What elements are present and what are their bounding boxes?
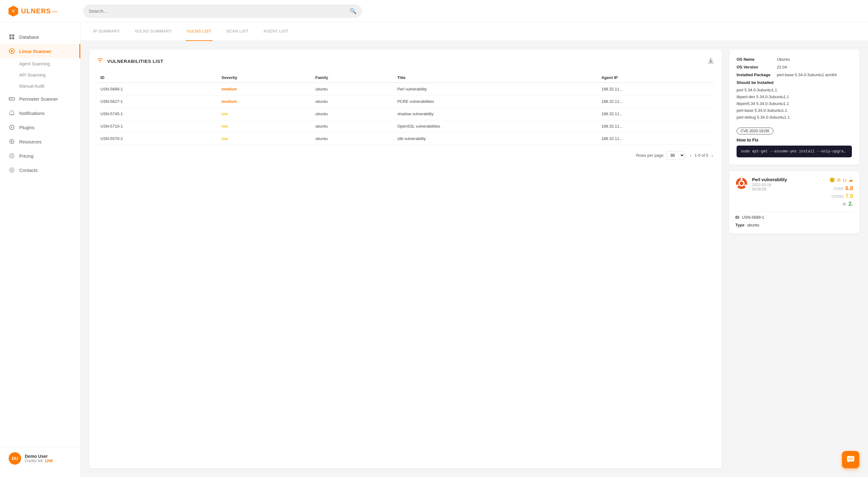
- should-be-installed-row: Should be Installed perl 5.34.0-3ubuntu1…: [737, 80, 852, 121]
- tabs-bar: IP SUMMARY VULNS SUMMARY VULNS LIST SCAN…: [81, 22, 868, 41]
- tab-scan-list[interactable]: SCAN LIST: [225, 22, 250, 41]
- logo-com: .com: [51, 10, 57, 13]
- table-row[interactable]: USN-5627-1 medium ubuntu PCRE vulnerabil…: [97, 95, 714, 108]
- search-bar[interactable]: 🔍: [83, 4, 362, 18]
- divider: [735, 211, 853, 212]
- sidebar-label-notifications: Notifications: [19, 110, 44, 116]
- how-to-fix-label: How to Fix: [737, 138, 852, 142]
- sidebar-item-resources[interactable]: Resources: [0, 134, 80, 149]
- credits-value: 1266: [44, 459, 53, 463]
- sidebar-item-database[interactable]: Database: [0, 30, 80, 44]
- table-row[interactable]: USN-5745-1 low ubuntu shadow vulnerabili…: [97, 108, 714, 120]
- cell-title: OpenSSL vulnerabilities: [394, 120, 598, 133]
- cell-severity: low: [218, 133, 312, 145]
- user-credits: Credits left: 1266: [25, 459, 53, 463]
- svg-point-25: [741, 178, 743, 180]
- svg-point-7: [11, 50, 13, 52]
- cell-agent-ip: 188.32.11...: [598, 95, 714, 108]
- cell-agent-ip: 188.32.11...: [598, 108, 714, 120]
- sidebar-item-contacts[interactable]: Contacts: [0, 163, 80, 177]
- sidebar-sub-manual-audit[interactable]: Manual Audit: [0, 80, 80, 92]
- cell-title: shadow vulnerability: [394, 108, 598, 120]
- vuln-card-title: Perl vulnerability: [752, 177, 787, 182]
- svg-point-18: [11, 169, 12, 171]
- svg-point-12: [11, 127, 12, 128]
- should-be-installed-item: perl-debug 5.34.0-3ubuntu1.1: [737, 114, 852, 121]
- cvss3-score-row: CVSS3 7.8: [831, 193, 853, 200]
- sidebar-label-database: Database: [19, 34, 39, 40]
- prev-page-button[interactable]: ‹: [688, 151, 692, 160]
- vulns-table: ID Severity Family Title Agent IP USN-56…: [97, 73, 714, 145]
- svg-point-17: [10, 168, 14, 172]
- cell-id: USN-5689-1: [97, 83, 218, 95]
- cell-severity: low: [218, 120, 312, 133]
- cell-agent-ip: 188.32.11...: [598, 83, 714, 95]
- sidebar-item-pricing[interactable]: % Pricing: [0, 149, 80, 163]
- database-icon: [9, 34, 15, 40]
- svg-point-30: [850, 458, 851, 459]
- sidebar-bottom: DU Demo User Credits left: 1266: [0, 447, 80, 470]
- logo-text: ULNERS: [21, 7, 51, 15]
- cell-family: ubuntu: [312, 83, 393, 95]
- sidebar-sub-label-agent-scanning: Agent Scanning: [19, 61, 50, 66]
- svg-rect-9: [10, 99, 11, 99]
- page-area: VULNERABILITIES LIST ID Severity Family …: [81, 41, 868, 477]
- cell-family: ubuntu: [312, 108, 393, 120]
- table-row[interactable]: USN-5570-2 low ubuntu zlib vulnerability…: [97, 133, 714, 145]
- cell-title: zlib vulnerability: [394, 133, 598, 145]
- svg-rect-4: [9, 37, 11, 39]
- cell-id: USN-5570-2: [97, 133, 218, 145]
- user-name: Demo User: [25, 454, 53, 459]
- svg-rect-2: [9, 34, 11, 37]
- tab-vulns-summary[interactable]: VULNS SUMMARY: [134, 22, 173, 41]
- table-row[interactable]: USN-5689-1 medium ubuntu Perl vulnerabil…: [97, 83, 714, 95]
- pricing-icon: %: [9, 153, 15, 159]
- next-page-button[interactable]: ›: [710, 151, 714, 160]
- sidebar-sub-api-scanning[interactable]: API Scanning: [0, 69, 80, 80]
- svg-text:%: %: [10, 154, 13, 158]
- sidebar-item-notifications[interactable]: Notifications: [0, 106, 80, 120]
- download-button[interactable]: [707, 57, 714, 65]
- logo: V ULNERS .com: [7, 5, 75, 17]
- score-icon-1: 😟: [829, 177, 835, 183]
- cell-id: USN-5710-1: [97, 120, 218, 133]
- sidebar-label-linux-scanner: Linux Scanner: [19, 48, 51, 54]
- sidebar-item-plugins[interactable]: Plugins: [0, 120, 80, 134]
- fix-command: sudo apt-get --assume-yes install --only…: [737, 145, 852, 157]
- col-agent-ip: Agent IP: [598, 73, 714, 83]
- chat-button[interactable]: [842, 451, 859, 468]
- table-row[interactable]: USN-5710-1 low ubuntu OpenSSL vulnerabil…: [97, 120, 714, 133]
- cvss3-value: 7.8: [845, 193, 853, 200]
- sidebar-item-perimeter-scanner[interactable]: Perimeter Scanner: [0, 92, 80, 106]
- resources-icon: [9, 138, 15, 145]
- cve-badge: CVE-2020-16156: [737, 128, 773, 134]
- vuln-scores: 😟 ⊘ ⊔ ☁ CVSS 6.8 CVSS3 7.8: [829, 177, 853, 207]
- sidebar-sub-agent-scanning[interactable]: Agent Scanning: [0, 58, 80, 69]
- right-panel: OS Name Ubuntu OS Version 22.04 Installe…: [729, 49, 859, 468]
- page-info: 1-5 of 5: [695, 153, 708, 158]
- cvss-score-row: CVSS 6.8: [834, 185, 853, 192]
- col-id: ID: [97, 73, 218, 83]
- perimeter-scanner-icon: [9, 96, 15, 102]
- col-family: Family: [312, 73, 393, 83]
- vuln-card-date: 2022-10-19 00:00:00: [752, 183, 787, 192]
- pagination: Rows per page: 30 50 100 ‹ 1-5 of 5 ›: [97, 151, 714, 160]
- rows-per-page-select[interactable]: 30 50 100: [666, 151, 685, 160]
- installed-package-row: Installed Package perl-base 5.34.0-3ubun…: [737, 72, 852, 77]
- os-name-row: OS Name Ubuntu: [737, 57, 852, 62]
- rows-per-page: Rows per page: 30 50 100: [636, 151, 685, 160]
- contacts-icon: [9, 167, 15, 173]
- search-input[interactable]: [89, 8, 350, 13]
- tab-agent-list[interactable]: AGENT LIST: [262, 22, 290, 41]
- tab-ip-summary[interactable]: IP SUMMARY: [92, 22, 121, 41]
- sidebar-item-linux-scanner[interactable]: Linux Scanner: [0, 44, 80, 58]
- vuln-id-value: USN-5689-1: [742, 215, 764, 219]
- col-severity: Severity: [218, 73, 312, 83]
- main-content: IP SUMMARY VULNS SUMMARY VULNS LIST SCAN…: [81, 22, 868, 477]
- should-be-installed-item: libperl-dev 5.34.0-3ubuntu1.1: [737, 94, 852, 100]
- svg-point-27: [745, 184, 747, 187]
- search-icon: 🔍: [350, 8, 356, 14]
- tab-vulns-list[interactable]: VULNS LIST: [186, 22, 213, 41]
- cell-severity: low: [218, 108, 312, 120]
- epss-score-row: ⚙ 2.: [842, 201, 853, 207]
